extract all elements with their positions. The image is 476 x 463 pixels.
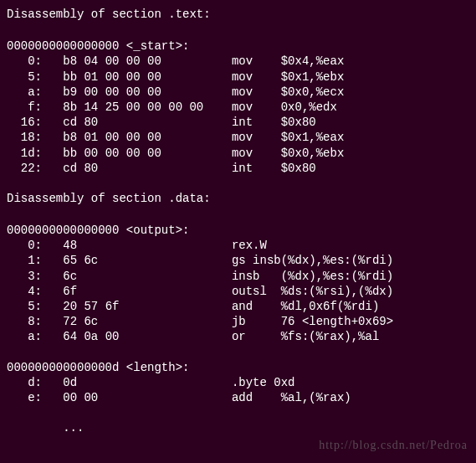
disassembly-line: 1d: bb 00 00 00 00 mov $0x0,%ebx <box>7 146 476 161</box>
symbol-header: 000000000000000d <length>: <box>7 360 476 375</box>
disassembly-output: Disassembly of section .text:00000000000… <box>7 7 476 435</box>
symbol-address: 0000000000000000 <box>7 39 119 53</box>
disassembly-line: f: 8b 14 25 00 00 00 00 mov 0x0,%edx <box>7 100 476 115</box>
line-offset: 3: <box>7 270 42 283</box>
line-offset: 1: <box>7 254 42 267</box>
line-mnemonic: insb <box>232 270 281 283</box>
line-operands: $0x1,%eax <box>281 131 345 144</box>
line-mnemonic: mov <box>232 85 281 99</box>
line-offset: a: <box>7 330 42 343</box>
line-mnemonic: jb <box>232 315 281 328</box>
line-operands: %dl,0x6f(%rdi) <box>281 300 380 313</box>
symbol-name: <output>: <box>126 224 190 237</box>
line-hex: b8 01 00 00 00 <box>63 131 232 144</box>
line-mnemonic: add <box>232 391 281 404</box>
disassembly-line: d: 0d .byte 0xd <box>7 375 476 390</box>
line-offset: 0: <box>7 239 42 252</box>
disassembly-line: 1: 65 6c gs insb(%dx),%es:(%rdi) <box>7 253 476 268</box>
line-offset: a: <box>7 85 42 99</box>
disassembly-line: 16: cd 80 int $0x80 <box>7 115 476 130</box>
line-operands: (%dx),%es:(%rdi) <box>281 270 393 283</box>
symbol-header: 0000000000000000 <output>: <box>7 223 476 238</box>
line-mnemonic: mov <box>232 100 281 114</box>
line-offset: 8: <box>7 315 42 328</box>
line-hex: 48 <box>63 239 232 252</box>
line-operands: %al,(%rax) <box>281 391 351 404</box>
line-operands: $0x4,%eax <box>281 54 345 68</box>
line-operands: $0x1,%ebx <box>281 70 345 84</box>
symbol-name: <length>: <box>126 361 190 374</box>
line-hex: 6f <box>63 285 232 298</box>
line-offset: 0: <box>7 54 42 68</box>
disassembly-line: 5: 20 57 6f and %dl,0x6f(%rdi) <box>7 299 476 314</box>
line-hex: 20 57 6f <box>63 300 232 313</box>
line-hex: 72 6c <box>63 315 232 328</box>
symbol-name: <_start>: <box>126 39 190 53</box>
line-operands: 0x0,%edx <box>281 100 337 114</box>
disassembly-line: 18: b8 01 00 00 00 mov $0x1,%eax <box>7 130 476 145</box>
line-mnemonic: gs insb <box>232 254 281 267</box>
disassembly-line: 4: 6f outsl %ds:(%rsi),(%dx) <box>7 284 476 299</box>
line-offset: 1d: <box>7 147 42 160</box>
ellipsis: ... <box>7 420 476 435</box>
line-mnemonic: mov <box>232 54 281 68</box>
line-offset: 5: <box>7 300 42 313</box>
disassembly-line: 0: b8 04 00 00 00 mov $0x4,%eax <box>7 54 476 69</box>
line-hex: 64 0a 00 <box>63 330 232 343</box>
line-mnemonic: .byte 0xd <box>232 376 295 389</box>
section-header: Disassembly of section .text: <box>7 7 476 22</box>
line-offset: 4: <box>7 285 42 298</box>
symbol-address: 000000000000000d <box>7 361 119 374</box>
blank-line <box>7 405 476 420</box>
line-offset: 22: <box>7 162 42 175</box>
line-hex: cd 80 <box>63 116 232 129</box>
line-mnemonic: int <box>232 116 281 129</box>
line-mnemonic: and <box>232 300 281 313</box>
disassembly-line: e: 00 00 add %al,(%rax) <box>7 390 476 405</box>
blank-line <box>7 345 476 360</box>
disassembly-line: a: 64 0a 00 or %fs:(%rax),%al <box>7 329 476 344</box>
blank-line <box>7 208 476 223</box>
line-hex: 65 6c <box>63 254 232 267</box>
disassembly-line: 22: cd 80 int $0x80 <box>7 161 476 176</box>
blank-line <box>7 23 476 39</box>
line-mnemonic: int <box>232 162 281 175</box>
line-mnemonic: rex.W <box>232 239 267 252</box>
section-header: Disassembly of section .data: <box>7 191 476 206</box>
disassembly-line: 5: bb 01 00 00 00 mov $0x1,%ebx <box>7 69 476 85</box>
line-operands: (%dx),%es:(%rdi) <box>281 254 393 267</box>
line-hex: bb 01 00 00 00 <box>63 70 232 84</box>
line-operands: $0x80 <box>281 162 316 175</box>
blank-line <box>7 176 476 191</box>
line-hex: bb 00 00 00 00 <box>63 147 232 160</box>
line-operands: 76 <length+0x69> <box>281 315 393 328</box>
line-mnemonic: mov <box>232 147 281 160</box>
line-offset: d: <box>7 376 42 389</box>
line-operands: %ds:(%rsi),(%dx) <box>281 285 393 298</box>
line-operands: $0x0,%ecx <box>281 85 345 99</box>
line-hex: 0d <box>63 376 232 389</box>
disassembly-line: 0: 48 rex.W <box>7 238 476 253</box>
line-offset: e: <box>7 391 42 404</box>
line-operands: %fs:(%rax),%al <box>281 330 380 343</box>
disassembly-line: 8: 72 6c jb 76 <length+0x69> <box>7 314 476 329</box>
symbol-address: 0000000000000000 <box>7 224 119 237</box>
symbol-header: 0000000000000000 <_start>: <box>7 39 476 54</box>
line-mnemonic: or <box>232 330 281 343</box>
line-offset: 16: <box>7 116 42 129</box>
line-operands: $0x80 <box>281 116 316 129</box>
watermark: http://blog.csdn.net/Pedroa <box>319 438 468 453</box>
line-mnemonic: outsl <box>232 285 281 298</box>
line-hex: 6c <box>63 270 232 283</box>
disassembly-line: a: b9 00 00 00 00 mov $0x0,%ecx <box>7 85 476 100</box>
line-mnemonic: mov <box>232 70 281 84</box>
line-hex: 8b 14 25 00 00 00 00 <box>63 100 232 114</box>
line-hex: b8 04 00 00 00 <box>63 54 232 68</box>
line-mnemonic: mov <box>232 131 281 144</box>
line-operands: $0x0,%ebx <box>281 147 345 160</box>
line-hex: 00 00 <box>63 391 232 404</box>
line-offset: 18: <box>7 131 42 144</box>
line-offset: f: <box>7 100 42 114</box>
disassembly-line: 3: 6c insb (%dx),%es:(%rdi) <box>7 269 476 284</box>
line-offset: 5: <box>7 70 42 84</box>
